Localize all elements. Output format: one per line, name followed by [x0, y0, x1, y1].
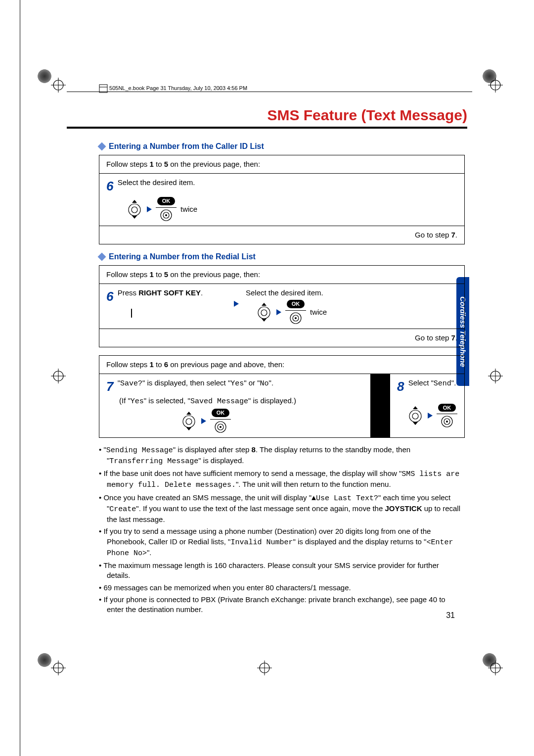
svg-point-38 — [183, 416, 195, 427]
intro-row: Follow steps 1 to 6 on previous page and… — [99, 356, 464, 374]
note-item: If you try to send a message using a pho… — [99, 526, 461, 559]
diamond-bullet-icon — [98, 142, 106, 150]
svg-marker-44 — [413, 406, 418, 409]
vertical-divider — [370, 374, 390, 437]
instruction-box-redial: Follow steps 1 to 5 on the previous page… — [99, 265, 465, 348]
notes-list: "Sending Message" is displayed after ste… — [99, 445, 465, 615]
step-number: 6 — [106, 178, 113, 195]
svg-point-45 — [409, 410, 421, 422]
target-icon — [160, 209, 173, 222]
step-text: Select "Send". — [408, 378, 456, 387]
arrow-icon — [201, 418, 206, 424]
svg-marker-47 — [413, 422, 418, 425]
step7-col: 7 "Save?" is displayed, then select "Yes… — [99, 374, 370, 437]
svg-marker-33 — [262, 319, 267, 322]
section-heading-caller-id: Entering a Number from the Caller ID Lis… — [99, 141, 465, 152]
registration-cross-icon — [51, 369, 66, 383]
note-item: "Sending Message" is displayed after ste… — [99, 445, 461, 467]
svg-point-31 — [258, 307, 270, 319]
ok-button-icon: OK — [285, 300, 306, 325]
intro-row: Follow steps 1 to 5 on the previous page… — [99, 155, 464, 174]
right-soft-key-icon — [131, 308, 132, 318]
arrow-icon — [147, 206, 152, 212]
step-text: Select the desired item. — [246, 288, 323, 297]
svg-marker-37 — [186, 412, 191, 415]
registration-dot — [38, 653, 51, 667]
arrow-icon — [428, 413, 433, 419]
ok-button-icon: OK — [156, 197, 177, 222]
joystick-icon — [256, 303, 272, 322]
step-row: 6 Press RIGHT SOFT KEY. Select the desir… — [99, 284, 464, 329]
print-strip-left — [0, 0, 20, 756]
target-icon — [214, 421, 227, 433]
header-divider — [67, 92, 472, 92]
svg-marker-23 — [132, 200, 137, 203]
step-left-col: 6 Press RIGHT SOFT KEY. — [99, 284, 227, 329]
svg-point-24 — [129, 204, 140, 216]
twice-label: twice — [180, 204, 197, 214]
note-item: 69 messages can be memorized when you en… — [99, 583, 461, 593]
joystick-icon — [126, 200, 143, 219]
registration-cross-icon — [51, 78, 66, 93]
svg-point-43 — [220, 426, 222, 428]
target-icon — [441, 415, 453, 428]
step-text: Press RIGHT SOFT KEY. — [118, 288, 203, 297]
section-heading-text: Entering a Number from the Redial List — [109, 251, 256, 262]
step-text: Select the desired item. — [118, 178, 195, 187]
twice-label: twice — [310, 307, 327, 317]
go-to-step-row: Go to step 7. — [99, 329, 464, 347]
step-text: "Save?" is displayed, then select "Yes" … — [118, 378, 273, 387]
ok-button-icon: OK — [210, 409, 231, 433]
joystick-ok-combo: OK — [407, 404, 457, 428]
joystick-ok-combo: OK twice — [256, 300, 327, 325]
svg-point-32 — [261, 310, 267, 316]
page-title: SMS Feature (Text Message) — [67, 107, 467, 129]
registration-cross-icon — [488, 661, 503, 675]
section-heading-text: Entering a Number from the Caller ID Lis… — [109, 141, 264, 152]
registration-cross-icon — [257, 661, 272, 675]
registration-cross-icon — [488, 369, 503, 383]
instruction-box-caller-id: Follow steps 1 to 5 on the previous page… — [99, 155, 465, 244]
section-heading-redial: Entering a Number from the Redial List — [99, 251, 465, 262]
registration-cross-icon — [51, 661, 66, 675]
svg-point-29 — [165, 214, 167, 216]
note-item: The maximum message length is 160 charac… — [99, 561, 461, 581]
step-row: 7 "Save?" is displayed, then select "Yes… — [99, 374, 464, 437]
content-area: Entering a Number from the Caller ID Lis… — [99, 136, 465, 616]
ok-button-icon: OK — [437, 404, 457, 428]
svg-marker-26 — [132, 216, 137, 219]
joystick-icon — [180, 412, 197, 430]
note-item: If the base unit does not have sufficien… — [99, 469, 461, 491]
book-note-text: 505NL_e.book Page 31 Thursday, July 10, … — [109, 85, 247, 91]
step-number: 6 — [106, 288, 113, 305]
step-number: 8 — [397, 378, 404, 395]
intro-row: Follow steps 1 to 5 on the previous page… — [99, 266, 464, 284]
joystick-ok-combo: OK — [180, 409, 231, 433]
step-row: 6 Select the desired item. OK — [99, 174, 464, 226]
svg-marker-40 — [186, 427, 191, 430]
joystick-icon — [407, 406, 424, 425]
step8-col: 8 Select "Send". OK — [390, 374, 464, 437]
joystick-ok-combo: OK twice — [126, 197, 197, 222]
note-item: Once you have created an SMS message, th… — [99, 493, 461, 525]
svg-point-46 — [412, 413, 418, 419]
registration-dot — [38, 69, 51, 83]
svg-point-50 — [446, 421, 448, 423]
step-right-col: Select the desired item. OK twice — [227, 284, 464, 329]
arrow-icon — [276, 309, 281, 315]
svg-point-36 — [295, 317, 297, 319]
svg-point-25 — [132, 207, 137, 213]
diamond-bullet-icon — [98, 252, 106, 261]
arrow-icon — [234, 301, 239, 307]
target-icon — [289, 312, 302, 325]
step-subtext: (If "Yes" is selected, "Saved Message" i… — [106, 396, 296, 407]
step-number: 7 — [106, 378, 113, 395]
note-item: If your phone is connected to PBX (Priva… — [99, 595, 461, 615]
instruction-box-save-send: Follow steps 1 to 6 on previous page and… — [99, 355, 465, 437]
svg-marker-30 — [262, 303, 267, 306]
go-to-step-row: Go to step 7. — [99, 226, 464, 244]
svg-point-39 — [186, 419, 192, 425]
registration-cross-icon — [488, 78, 503, 93]
